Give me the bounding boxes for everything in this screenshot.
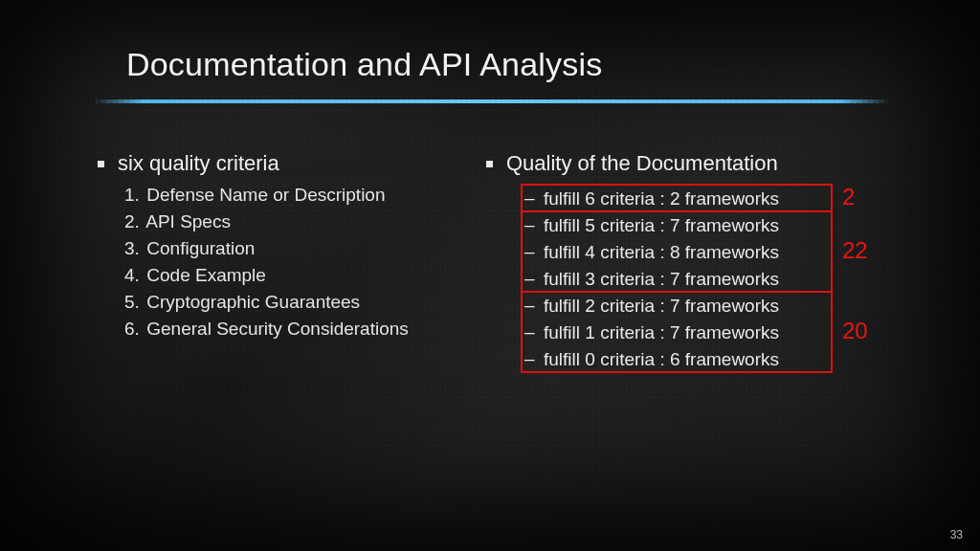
content-columns: six quality criteria 1. Defense Name or … bbox=[96, 151, 923, 342]
group-count-label: 22 bbox=[842, 237, 868, 264]
list-number: 1. bbox=[124, 182, 142, 209]
left-heading-row: six quality criteria bbox=[96, 151, 479, 176]
left-column: six quality criteria 1. Defense Name or … bbox=[96, 151, 479, 342]
list-item: –fulfill 5 criteria : 7 frameworks bbox=[524, 212, 779, 239]
list-text: fulfill 4 criteria : 8 frameworks bbox=[544, 242, 779, 262]
list-number: 5. bbox=[124, 289, 142, 316]
list-item: –fulfill 4 criteria : 8 frameworks bbox=[524, 239, 779, 266]
list-text: Defense Name or Description bbox=[142, 185, 386, 205]
group-count-label: 20 bbox=[842, 318, 868, 344]
dash-bullet-icon: – bbox=[524, 238, 538, 265]
list-item: –fulfill 3 criteria : 7 frameworks bbox=[524, 266, 779, 293]
slide: Documentation and API Analysis six quali… bbox=[0, 0, 980, 551]
list-number: 6. bbox=[124, 316, 142, 342]
list-text: fulfill 6 criteria : 2 frameworks bbox=[544, 188, 779, 209]
square-bullet-icon bbox=[98, 161, 104, 167]
list-text: fulfill 0 criteria : 6 frameworks bbox=[544, 349, 779, 369]
list-text: fulfill 1 criteria : 7 frameworks bbox=[544, 322, 779, 342]
group-count-label: 2 bbox=[842, 184, 855, 210]
dash-list: –fulfill 6 criteria : 2 frameworks–fulfi… bbox=[524, 186, 779, 373]
list-item: –fulfill 6 criteria : 2 frameworks bbox=[524, 186, 779, 212]
title-underline bbox=[96, 99, 888, 103]
list-number: 2. bbox=[124, 209, 142, 235]
dash-bullet-icon: – bbox=[524, 319, 538, 345]
list-text: fulfill 3 criteria : 7 frameworks bbox=[544, 269, 779, 289]
numbered-list: 1. Defense Name or Description2. API Spe… bbox=[124, 182, 479, 342]
list-number: 4. bbox=[124, 262, 142, 289]
square-bullet-icon bbox=[486, 161, 493, 167]
right-heading-row: Quality of the Documentation bbox=[484, 151, 919, 176]
list-number: 3. bbox=[124, 235, 142, 262]
list-item: 6. General Security Considerations bbox=[124, 316, 479, 342]
list-item: –fulfill 0 criteria : 6 frameworks bbox=[524, 346, 779, 373]
list-text: General Security Considerations bbox=[142, 319, 409, 339]
list-text: Code Example bbox=[142, 265, 266, 285]
list-item: 2. API Specs bbox=[124, 209, 479, 235]
list-text: fulfill 2 criteria : 7 frameworks bbox=[544, 296, 779, 316]
dash-bullet-icon: – bbox=[524, 345, 538, 372]
list-text: fulfill 5 criteria : 7 frameworks bbox=[544, 215, 779, 235]
dash-bullet-icon: – bbox=[524, 185, 538, 211]
dash-bullet-icon: – bbox=[524, 265, 538, 292]
dash-bullet-icon: – bbox=[524, 211, 538, 238]
slide-title: Documentation and API Analysis bbox=[126, 46, 602, 83]
list-item: –fulfill 2 criteria : 7 frameworks bbox=[524, 293, 779, 320]
list-text: Cryptographic Guarantees bbox=[142, 292, 360, 312]
list-text: API Specs bbox=[142, 211, 231, 231]
list-item: 4. Code Example bbox=[124, 262, 479, 289]
right-heading: Quality of the Documentation bbox=[506, 151, 778, 175]
list-item: 1. Defense Name or Description bbox=[124, 182, 479, 209]
list-item: 3. Configuration bbox=[124, 235, 479, 262]
left-heading: six quality criteria bbox=[118, 151, 279, 175]
list-item: 5. Cryptographic Guarantees bbox=[124, 289, 479, 316]
list-item: –fulfill 1 criteria : 7 frameworks bbox=[524, 320, 779, 346]
page-number: 33 bbox=[950, 528, 963, 541]
list-text: Configuration bbox=[142, 238, 255, 258]
dash-bullet-icon: – bbox=[524, 292, 538, 319]
right-column: Quality of the Documentation –fulfill 6 … bbox=[479, 151, 919, 342]
